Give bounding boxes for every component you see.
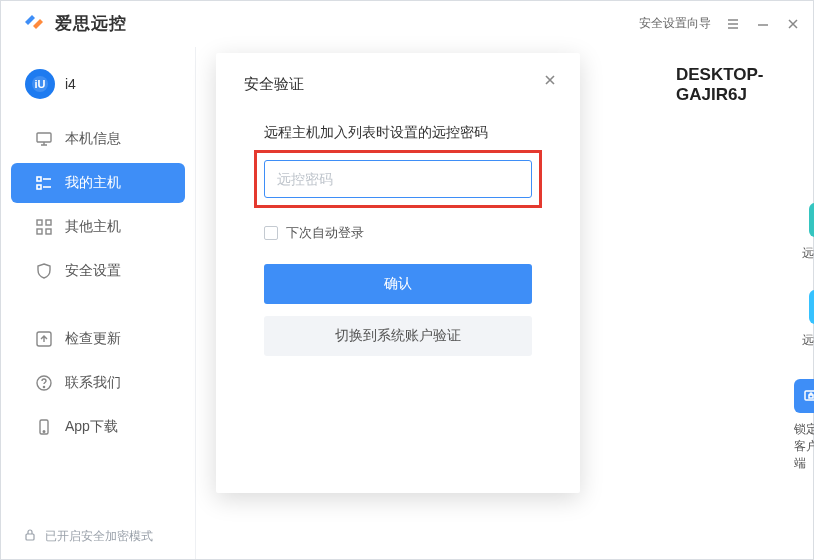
sidebar-footer: 已开启安全加密模式 [1,514,195,559]
sidebar-item-app-download[interactable]: App下载 [11,407,185,447]
switch-auth-button[interactable]: 切换到系统账户验证 [264,316,532,356]
svg-rect-3 [37,177,41,181]
svg-rect-6 [46,220,51,225]
nav-separator [1,293,195,317]
monitor-icon [35,130,53,148]
svg-rect-5 [37,220,42,225]
host-name: DESKTOP-GAJIR6J [676,65,813,105]
action-remote-restart[interactable]: 远程重启 [794,290,814,349]
security-verify-dialog: 安全验证 远程主机加入列表时设置的远控密码 下次自动登录 确认 切换到系统账户验… [216,53,580,493]
phone-icon [35,418,53,436]
account-row[interactable]: iU i4 [1,57,195,117]
svg-point-11 [43,386,44,387]
list-icon [35,174,53,192]
brand: 爱思远控 [21,9,127,39]
action-lock-client[interactable]: 锁定客户端 [794,379,814,472]
modal-title: 安全验证 [244,75,552,94]
svg-rect-7 [37,229,42,234]
eye-icon [809,203,814,237]
sidebar-item-label: 检查更新 [65,330,121,348]
svg-rect-2 [37,133,51,142]
action-label: 锁定客户端 [794,421,814,472]
brand-title: 爱思远控 [55,12,127,35]
menu-icon[interactable] [725,16,741,32]
encryption-status: 已开启安全加密模式 [45,528,153,545]
titlebar: 爱思远控 安全设置向导 [1,1,813,47]
checkbox-label: 下次自动登录 [286,224,364,242]
auto-login-checkbox[interactable]: 下次自动登录 [264,224,552,242]
actions-grid: 远程观看 文件传输 主机信息 [794,203,814,349]
svg-text:iU: iU [35,78,46,90]
sidebar-item-my-hosts[interactable]: 我的主机 [11,163,185,203]
action-remote-view[interactable]: 远程观看 [794,203,814,262]
help-icon [35,374,53,392]
power-icon [809,290,814,324]
lock-icon [23,528,37,545]
lock-client-row: 锁定客户端 [794,379,814,472]
password-input-wrap [264,160,532,198]
action-label: 远程观看 [802,245,814,262]
sidebar-item-other-hosts[interactable]: 其他主机 [11,207,185,247]
sidebar: iU i4 本机信息 我的主机 [1,47,196,559]
minimize-icon[interactable] [755,16,771,32]
sidebar-item-label: 联系我们 [65,374,121,392]
sidebar-item-label: 本机信息 [65,130,121,148]
upload-icon [35,330,53,348]
setup-wizard-link[interactable]: 安全设置向导 [639,15,711,32]
lock-client-icon [794,379,814,413]
grid-icon [35,218,53,236]
close-icon[interactable] [785,16,801,32]
account-name: i4 [65,76,76,92]
sidebar-item-check-update[interactable]: 检查更新 [11,319,185,359]
sidebar-item-label: 其他主机 [65,218,121,236]
sidebar-item-security[interactable]: 安全设置 [11,251,185,291]
svg-point-13 [43,431,45,433]
sidebar-item-label: 我的主机 [65,174,121,192]
nav: 本机信息 我的主机 其他主机 [1,117,195,449]
confirm-button[interactable]: 确认 [264,264,532,304]
password-input[interactable] [264,160,532,198]
svg-rect-4 [37,185,41,189]
sidebar-item-label: App下载 [65,418,118,436]
sidebar-item-host-info[interactable]: 本机信息 [11,119,185,159]
svg-rect-20 [809,395,813,398]
app-window: 爱思远控 安全设置向导 iU i4 [0,0,814,560]
sidebar-item-label: 安全设置 [65,262,121,280]
svg-rect-14 [26,534,34,540]
brand-logo-icon [21,9,47,39]
svg-rect-8 [46,229,51,234]
avatar-icon: iU [25,69,55,99]
shield-icon [35,262,53,280]
modal-prompt: 远程主机加入列表时设置的远控密码 [264,124,552,142]
modal-close-button[interactable] [542,73,558,89]
checkbox-icon [264,226,278,240]
sidebar-item-contact[interactable]: 联系我们 [11,363,185,403]
titlebar-right: 安全设置向导 [639,15,801,32]
action-label: 远程重启 [802,332,814,349]
